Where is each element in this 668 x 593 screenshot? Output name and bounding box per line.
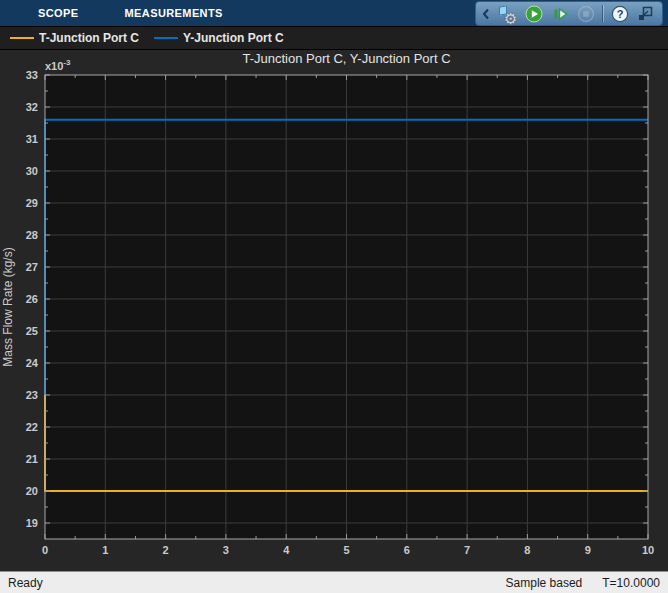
legend-color-line-yellow <box>10 37 34 39</box>
scope-plot[interactable]: 0123456789101920212223242526272829303132… <box>0 50 668 571</box>
tick-label: 20 <box>26 485 38 497</box>
tick-label: 23 <box>26 389 38 401</box>
y-axis-exponent: x10-3 <box>45 58 71 72</box>
legend-label: Y-Junction Port C <box>183 31 284 45</box>
status-ready: Ready <box>8 576 43 590</box>
tick-label: 21 <box>26 453 38 465</box>
tick-label: 4 <box>283 544 290 556</box>
tab-measurements[interactable]: MEASUREMENTS <box>125 0 223 26</box>
tick-label: 9 <box>585 544 591 556</box>
tick-label: 7 <box>464 544 470 556</box>
collapse-chevron-icon[interactable] <box>481 4 491 23</box>
status-bar: Ready Sample based T=10.0000 <box>0 571 668 593</box>
svg-text:?: ? <box>616 8 623 20</box>
tick-label: 5 <box>343 544 349 556</box>
legend-label: T-Junction Port C <box>39 31 139 45</box>
chart-title: T-Junction Port C, Y-Junction Port C <box>242 51 450 66</box>
help-button[interactable]: ? <box>610 4 629 23</box>
tick-label: 6 <box>404 544 410 556</box>
y-axis-label: Mass Flow Rate (kg/s) <box>1 247 15 366</box>
tick-label: 19 <box>26 517 38 529</box>
run-button[interactable] <box>524 4 543 23</box>
tick-label: 26 <box>26 293 38 305</box>
tab-scope[interactable]: SCOPE <box>38 0 79 26</box>
status-sim-time: T=10.0000 <box>602 576 660 590</box>
dock-icon[interactable] <box>636 4 655 23</box>
tick-label: 0 <box>42 544 48 556</box>
toolstrip: SCOPE MEASUREMENTS ⚙ <box>0 0 668 27</box>
legend-item-y-junction[interactable]: Y-Junction Port C <box>154 31 284 45</box>
status-sample-mode: Sample based <box>506 576 583 590</box>
step-forward-button[interactable] <box>550 4 569 23</box>
tick-label: 33 <box>26 69 38 81</box>
tick-label: 22 <box>26 421 38 433</box>
legend-color-line-blue <box>154 37 178 39</box>
tick-label: 2 <box>163 544 169 556</box>
simulation-settings-icon[interactable]: ⚙ <box>498 4 517 23</box>
tick-label: 3 <box>223 544 229 556</box>
scope-figure: 0123456789101920212223242526272829303132… <box>0 50 668 571</box>
tick-label: 1 <box>102 544 108 556</box>
tick-label: 32 <box>26 101 38 113</box>
tick-label: 28 <box>26 229 38 241</box>
stop-button[interactable] <box>576 4 595 23</box>
tick-label: 30 <box>26 165 38 177</box>
legend-bar: T-Junction Port C Y-Junction Port C <box>0 27 668 50</box>
legend-item-t-junction[interactable]: T-Junction Port C <box>10 31 139 45</box>
gear-icon: ⚙ <box>504 11 517 26</box>
tick-label: 31 <box>26 133 38 145</box>
tick-label: 27 <box>26 261 38 273</box>
tick-label: 29 <box>26 197 38 209</box>
quick-access-toolbar: ⚙ ? <box>475 1 663 26</box>
tick-label: 25 <box>26 325 38 337</box>
tick-label: 8 <box>524 544 530 556</box>
tick-label: 10 <box>642 544 654 556</box>
tick-label: 24 <box>26 357 39 369</box>
toolbar-separator <box>602 5 603 22</box>
toolstrip-tabs: SCOPE MEASUREMENTS <box>0 0 223 26</box>
